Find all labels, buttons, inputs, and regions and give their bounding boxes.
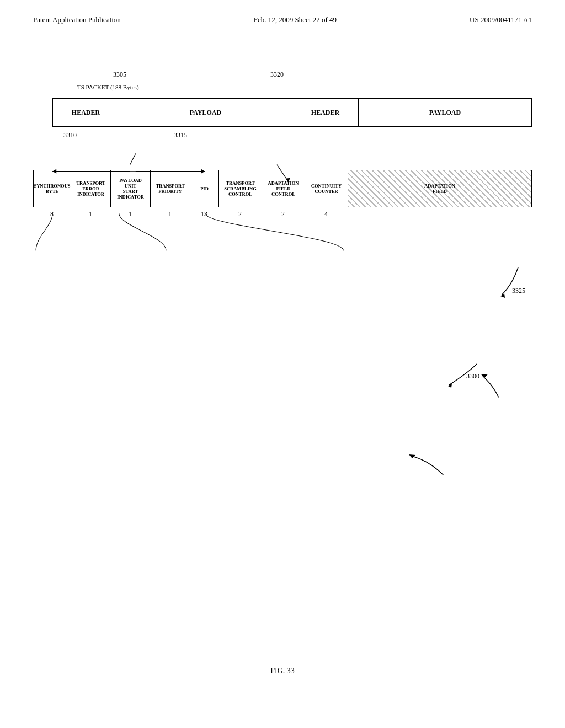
arrow-3325 <box>485 262 529 301</box>
label-3310: 3310 <box>63 131 77 140</box>
num-transport-pri: 1 <box>150 208 190 220</box>
header-center: Feb. 12, 2009 Sheet 22 of 49 <box>254 15 337 24</box>
svg-marker-7 <box>409 454 415 458</box>
bb-adaptation-field: ADAPTATIONFIELD <box>348 170 531 207</box>
bb-synchronous-byte: SYNCHRONOUSBYTE <box>34 170 71 207</box>
top-box-header2: HEADER <box>292 99 359 126</box>
bb-continuity-counter: CONTINUITYCOUNTER <box>305 170 348 207</box>
num-adaptation-f <box>348 208 532 220</box>
top-box-payload2: PAYLOAD <box>359 99 531 126</box>
header-right: US 2009/0041171 A1 <box>470 15 532 24</box>
top-box-payload1: PAYLOAD <box>119 99 292 126</box>
label-3305: 3305 <box>113 71 126 79</box>
diagram-area: 3305 TS PACKET (188 Bytes) 3320 HEADER P… <box>33 66 532 618</box>
bb-payload-unit-start: PAYLOADUNITSTARTINDICATOR <box>111 170 151 207</box>
arrow-3300 <box>438 358 488 392</box>
num-adaptation-fc: 2 <box>262 208 305 220</box>
num-transport-error: 1 <box>71 208 110 220</box>
bottom-row: SYNCHRONOUSBYTE TRANSPORTERRORINDICATOR … <box>33 170 532 220</box>
top-box-header1: HEADER <box>53 99 119 126</box>
ts-packet-label: TS PACKET (188 Bytes) <box>77 84 139 90</box>
bb-transport-error: TRANSPORTERRORINDICATOR <box>71 170 111 207</box>
header-left: Patent Application Publication <box>33 15 121 24</box>
figure-label: FIG. 33 <box>0 667 565 676</box>
bb-transport-priority: TRANSPORTPRIORITY <box>151 170 190 207</box>
num-scrambling: 2 <box>218 208 262 220</box>
num-sync: 8 <box>33 208 71 220</box>
num-continuity: 4 <box>305 208 348 220</box>
number-row: 8 1 1 1 13 2 2 4 <box>33 208 532 220</box>
top-row: HEADER PAYLOAD HEADER PAYLOAD <box>52 98 532 127</box>
num-payload-unit: 1 <box>110 208 150 220</box>
label-3320: 3320 <box>270 71 284 79</box>
label-3315: 3315 <box>174 131 187 140</box>
num-pid: 13 <box>190 208 218 220</box>
bottom-boxes: SYNCHRONOUSBYTE TRANSPORTERRORINDICATOR … <box>33 170 532 207</box>
bb-pid: PID <box>190 170 219 207</box>
bb-scrambling-control: TRANSPORTSCRAMBLINGCONTROL <box>219 170 262 207</box>
bb-adaptation-field-control: ADAPTATIONFIELDCONTROL <box>262 170 305 207</box>
page-header: Patent Application Publication Feb. 12, … <box>0 0 565 24</box>
